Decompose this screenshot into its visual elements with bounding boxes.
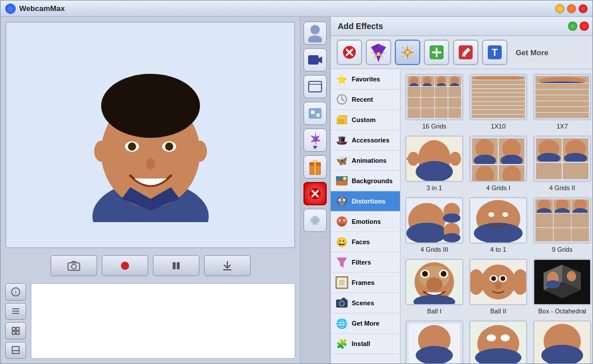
svg-point-50 — [402, 56, 404, 58]
grid-button[interactable] — [5, 322, 26, 340]
effect-close-btn[interactable] — [337, 40, 362, 65]
effect-wizard-btn[interactable] — [366, 40, 391, 65]
cat-emotions[interactable]: Emotions — [331, 212, 400, 232]
svg-point-156 — [487, 334, 496, 341]
minimize-button[interactable] — [555, 4, 565, 13]
webcam-view — [5, 22, 295, 248]
cat-filters[interactable]: Filters — [331, 252, 400, 273]
svg-text:i: i — [15, 289, 16, 295]
svg-point-77 — [409, 83, 419, 87]
cat-install[interactable]: 🧩 Install — [331, 334, 400, 354]
effect-4grids3[interactable]: 4 Grids III — [405, 197, 463, 253]
svg-point-67 — [343, 199, 345, 201]
effects-toolbar: T Get More — [331, 36, 592, 69]
svg-rect-34 — [311, 110, 315, 114]
cat-label: Distortions — [352, 198, 385, 205]
effect-label: 4 to 1 — [490, 246, 506, 253]
svg-rect-74 — [336, 299, 348, 308]
svg-rect-25 — [16, 331, 19, 334]
toolbar-avatar-btn[interactable] — [303, 22, 327, 45]
svg-point-63 — [343, 177, 346, 180]
effects-body: ⭐ Favorites Recent — [331, 69, 592, 363]
emotions-icon — [335, 215, 348, 228]
vertical-toolbar — [300, 17, 330, 363]
toolbar-window-btn[interactable] — [303, 75, 327, 98]
svg-point-81 — [437, 83, 446, 87]
svg-point-29 — [308, 35, 322, 42]
toolbar-magic-btn[interactable] — [303, 129, 327, 152]
cat-distortions[interactable]: Distortions — [331, 191, 400, 212]
record-button[interactable] — [102, 255, 148, 276]
effect-thumb-4to1 — [469, 197, 527, 244]
svg-rect-22 — [12, 327, 15, 330]
effect-sparkle-btn[interactable] — [395, 40, 420, 65]
cat-backgrounds[interactable]: Backgrounds — [331, 171, 400, 191]
svg-rect-73 — [339, 280, 345, 286]
camera-controls — [5, 253, 295, 279]
cat-faces[interactable]: 😀 Faces — [331, 232, 400, 252]
effect-add-btn[interactable] — [424, 40, 449, 65]
collapse-button[interactable] — [5, 342, 26, 359]
effect-thumb-3in1 — [405, 135, 463, 182]
camera-button[interactable] — [51, 255, 97, 276]
svg-point-116 — [488, 212, 494, 217]
download-button[interactable] — [204, 255, 251, 276]
svg-rect-30 — [308, 55, 319, 65]
effect-4grids2[interactable]: 4 Grids II — [533, 135, 591, 191]
cat-label: Recent — [352, 96, 373, 103]
svg-point-49 — [411, 47, 413, 49]
effect-16grids[interactable]: 16 Grids — [405, 74, 463, 130]
backgrounds-icon — [335, 174, 348, 187]
get-more-label[interactable]: Get More — [516, 48, 548, 57]
effect-1x7[interactable]: 1X7 — [533, 74, 591, 130]
list-button[interactable] — [5, 303, 26, 320]
cat-recent[interactable]: Recent — [331, 90, 400, 110]
cat-label: Animations — [352, 157, 387, 164]
effect-edit-btn[interactable] — [453, 40, 478, 65]
effect-thumb-ball2 — [469, 259, 527, 305]
effect-4grids1[interactable]: 4 Grids I — [469, 135, 527, 191]
effect-ball2[interactable]: Ball II — [469, 259, 527, 315]
maximize-button[interactable] — [567, 4, 576, 13]
cat-frames[interactable]: Frames — [331, 273, 400, 293]
pause-button[interactable] — [153, 255, 199, 276]
info-button[interactable]: i — [5, 283, 26, 301]
effects-grid: 16 Grids — [405, 74, 591, 363]
effect-9grids[interactable]: 9 Grids — [533, 197, 591, 253]
cat-get-more[interactable]: 🌐 Get More — [331, 313, 400, 334]
cat-animations[interactable]: 🦋 Animations — [331, 151, 400, 171]
cat-custom[interactable]: Custom — [331, 110, 400, 130]
effect-more1[interactable] — [405, 320, 463, 363]
effect-ball1[interactable]: Ball I — [405, 259, 463, 315]
effects-title: Add Effects — [338, 22, 383, 31]
effect-more3[interactable] — [533, 320, 591, 363]
text-area[interactable] — [31, 283, 295, 359]
cat-favorites[interactable]: ⭐ Favorites — [331, 69, 400, 90]
effect-3in1[interactable]: 3 in 1 — [405, 135, 463, 191]
cat-scenes[interactable]: Scenes — [331, 293, 400, 313]
svg-point-148 — [546, 280, 560, 288]
toolbar-image-btn[interactable] — [303, 102, 327, 125]
effect-4to1[interactable]: 4 to 1 — [469, 197, 527, 253]
cat-label: Scenes — [352, 299, 374, 306]
recent-icon — [335, 93, 348, 106]
svg-marker-71 — [337, 258, 347, 267]
effect-box-oct[interactable]: Box - Octahedral — [533, 259, 591, 315]
toolbar-video-btn[interactable] — [303, 48, 327, 72]
toolbar-settings-btn[interactable] — [303, 209, 327, 232]
cat-accessories[interactable]: 🎩 Accessories — [331, 130, 400, 151]
svg-rect-35 — [316, 113, 320, 117]
effects-min-btn[interactable] — [568, 22, 577, 31]
effect-more2[interactable] — [469, 320, 527, 363]
cat-label: Backgrounds — [352, 177, 392, 184]
svg-rect-14 — [173, 262, 176, 269]
effect-1x10[interactable]: 1X10 — [469, 74, 527, 130]
toolbar-stop-btn[interactable] — [303, 182, 327, 205]
effect-text-btn[interactable]: T — [482, 40, 508, 65]
toolbar-gift-btn[interactable] — [303, 155, 327, 179]
effect-label: 3 in 1 — [427, 184, 442, 191]
svg-point-97 — [501, 155, 523, 164]
close-button[interactable] — [578, 4, 588, 13]
effects-close-btn[interactable] — [580, 22, 589, 31]
svg-point-95 — [474, 155, 496, 164]
